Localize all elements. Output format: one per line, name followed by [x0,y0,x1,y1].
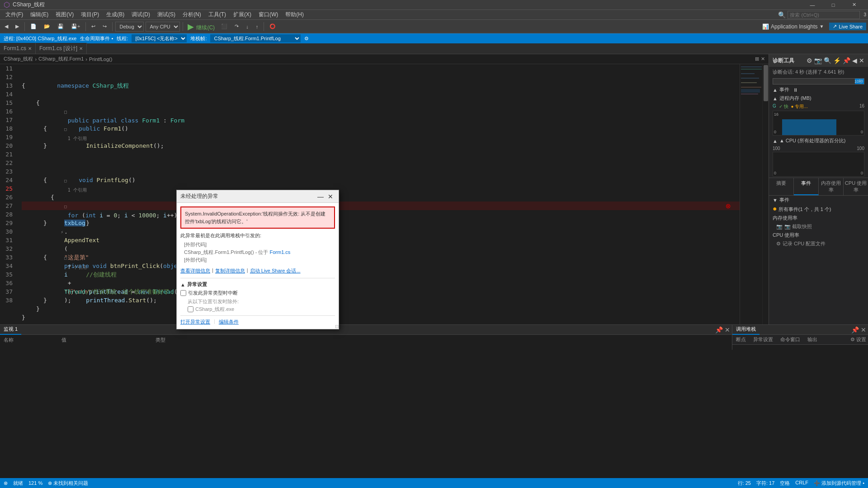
events-expand-icon: ▼ [773,197,778,203]
tab-form1-designer[interactable]: Form1.cs [设计] ✕ [36,43,87,54]
code-line-29b: private void btnPrint_Click(object sende… [22,244,740,253]
menu-extensions[interactable]: 扩展(X) [230,10,255,19]
redo-button[interactable]: ↪ [100,21,109,32]
menu-analyze[interactable]: 分析(N) [179,10,205,19]
cpu-config-btn[interactable]: ⚙ 记录 CPU 配置文件 [769,239,868,248]
output-tab[interactable]: 输出 [804,335,821,345]
diag-search-btn[interactable]: 🔍 [824,57,831,64]
breadcrumb-namespace[interactable]: CSharp_线程 [4,56,33,62]
search-input[interactable] [788,11,860,19]
title-bar-controls[interactable]: — □ ✕ [802,0,864,10]
breadcrumb-class[interactable]: CSharp_线程.Form1 [38,56,84,62]
memory-max-right: 16 [859,103,864,110]
memory-min-label: 0 [774,130,776,134]
callstack-pin-btn[interactable]: 📌 [851,326,859,333]
watch-tab-1[interactable]: 监视 1 [0,325,21,335]
diag-pin-btn[interactable]: 📌 [843,57,850,64]
diag-settings-btn[interactable]: ⚙ [807,57,812,64]
exception-close-btn[interactable]: ✕ [326,192,335,201]
breadcrumb-method[interactable]: PrintfLog() [89,56,112,62]
app-insights-chevron[interactable]: ▼ [820,24,824,29]
step-over-button[interactable]: ↷ [232,21,241,32]
settings-triangle: ▲ [180,282,185,287]
new-project-button[interactable]: 📄 [28,21,39,32]
exception-minimize-btn[interactable]: — [316,192,325,201]
copy-details-link[interactable]: 复制详细信息 [215,267,245,274]
events-section-header[interactable]: ▲ 事件 ⏸ [769,85,868,94]
watch-pin-btn[interactable]: 📌 [715,326,723,333]
start-button[interactable]: ▶ 继续(C) [186,22,217,32]
open-exception-settings-link[interactable]: 打开异常设置 [180,319,210,325]
code-lines[interactable]: namespace CSharp_线程 { □ public partial c… [18,64,740,324]
maximize-button[interactable]: □ [823,0,844,10]
menu-tools[interactable]: 工具(T) [205,10,230,19]
diag-close-btn[interactable]: ✕ [859,57,864,64]
edit-conditions-link[interactable]: 编辑条件 [219,319,239,325]
exclude-item-label: CSharp_线程.exe [195,306,234,313]
timeline-bar[interactable]: 10秒 [773,78,864,84]
diag-tab-summary[interactable]: 摘要 [769,178,794,195]
exception-error-box: System.InvalidOperationException:'线程间操作无… [180,206,335,229]
back-button[interactable]: ◀ [2,21,11,32]
diag-tab-cpu[interactable]: CPU 使用率 [844,178,868,195]
zoom-level[interactable]: 121 % [28,480,42,486]
step-out-button[interactable]: ↑ [253,21,261,32]
menu-test[interactable]: 测试(S) [154,10,179,19]
tab-form1-designer-close[interactable]: ✕ [79,46,83,51]
pause-events-btn[interactable]: ⏸ [793,87,798,93]
menu-window[interactable]: 窗口(W) [255,10,282,19]
undo-button[interactable]: ↩ [89,21,98,32]
diag-filter-btn[interactable]: ⚡ [833,57,841,64]
live-share-session-link[interactable]: 启动 Live Share 会话... [250,267,301,274]
menu-edit[interactable]: 编辑(E) [27,10,52,19]
exception-settings-tab[interactable]: 异常设置 [750,335,777,345]
view-details-link[interactable]: 查看详细信息 [180,267,210,274]
watch-close-btn[interactable]: ✕ [725,326,730,333]
vertical-scrollbar[interactable] [762,64,769,324]
menu-project[interactable]: 项目(P) [77,10,103,19]
menu-file[interactable]: 文件(F) [2,10,27,19]
close-editor-icon[interactable]: ✕ [761,56,765,62]
menu-help[interactable]: 帮助(H) [282,10,307,19]
open-button[interactable]: 📂 [41,21,53,32]
thread-dropdown[interactable]: [0x1F5C] <无名称> [132,34,187,42]
callstack-close-btn[interactable]: ✕ [861,326,866,333]
memory-section-header[interactable]: ▲ 进程内存 (MB) [769,94,868,103]
memory-snapshot-btn[interactable]: 📷 📷 截取快照 [769,222,868,231]
stop-button[interactable]: ⬛ [218,21,230,32]
diag-camera-btn[interactable]: 📷 [814,57,822,64]
exclude-item-checkbox[interactable] [188,306,193,312]
break-on-exception-checkbox[interactable] [180,290,186,296]
add-source-control[interactable]: ➕ 添加到源代码管理 • [814,480,864,487]
step-into-button[interactable]: ↓ [243,21,251,32]
tab-form1-cs[interactable]: Form1.cs ✕ [0,43,36,54]
menu-build[interactable]: 生成(B) [103,10,128,19]
diag-tab-events[interactable]: 事件 [794,178,819,195]
split-editor-icon[interactable]: ⊞ [755,56,759,62]
diag-collapse-btn[interactable]: ◀ [852,57,857,64]
minimize-button[interactable]: — [802,0,823,10]
menu-view[interactable]: 视图(V) [52,10,77,19]
menu-debug[interactable]: 调试(D) [128,10,154,19]
resize-handle[interactable]: ⊡ [331,322,339,329]
forward-button[interactable]: ▶ [13,21,22,32]
live-share-button[interactable]: ↗ Live Share [829,23,866,30]
tab-form1-cs-close[interactable]: ✕ [28,46,32,51]
scrollbar-thumb[interactable] [764,65,768,101]
call-stack-item-0: [外部代码] [180,241,335,249]
diag-tab-memory[interactable]: 内存使用率 [819,178,844,195]
cs-item-link[interactable]: Form1.cs [270,249,291,255]
events-triangle: ▲ [773,87,778,93]
callstack-tab[interactable]: 调用堆栈 [732,325,760,335]
breakpoints-tab[interactable]: 断点 [732,335,750,345]
command-window-tab[interactable]: 命令窗口 [777,335,804,345]
cpu-section-header[interactable]: ▲ ▲ CPU (所有处理器的百分比) [769,136,868,145]
platform-dropdown[interactable]: Any CPU [146,22,180,32]
debug-mode-dropdown[interactable]: Debug [115,22,144,32]
stack-frame-dropdown[interactable]: CSharp_线程.Form1.PrintfLog [210,34,301,42]
code-line-17: { [22,124,740,133]
save-button[interactable]: 💾 [55,21,66,32]
save-all-button[interactable]: 💾+ [68,21,83,32]
close-button[interactable]: ✕ [844,0,864,10]
breakpoint-button[interactable]: ⭕ [267,21,278,32]
